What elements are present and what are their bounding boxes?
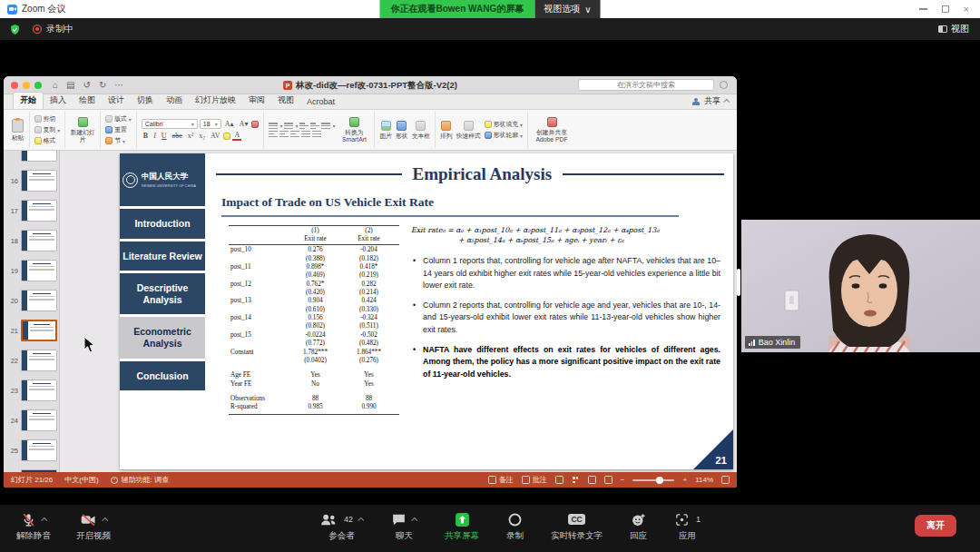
- chat-button[interactable]: 聊天: [391, 511, 417, 542]
- tab-幻灯片放映[interactable]: 幻灯片放映: [189, 93, 242, 109]
- zoom-percentage[interactable]: 114%: [695, 476, 713, 484]
- comments-button[interactable]: 批注: [522, 475, 547, 485]
- slide-thumbnail-18[interactable]: [21, 230, 57, 251]
- shape-outline-button[interactable]: 形状轮廓▾: [485, 131, 523, 140]
- shapes-button[interactable]: 形状: [396, 121, 408, 140]
- live-transcript-button[interactable]: CC 实时转录文字: [551, 511, 603, 542]
- smartart-button[interactable]: 转换为SmartArt: [338, 117, 369, 143]
- shape-fill-button[interactable]: 形状填充▾: [485, 120, 523, 129]
- view-button[interactable]: 视图: [938, 23, 969, 35]
- tab-设计[interactable]: 设计: [102, 93, 131, 109]
- reactions-button[interactable]: 回应: [630, 511, 647, 542]
- accessibility-status[interactable]: 辅助功能: 调查: [111, 475, 169, 485]
- slide-thumbnail-22[interactable]: [21, 350, 57, 371]
- redo-icon[interactable]: ↻: [99, 80, 106, 90]
- shrink-font-button[interactable]: A▾: [238, 120, 250, 128]
- tab-视图[interactable]: 视图: [271, 93, 300, 109]
- superscript-button[interactable]: x²: [186, 132, 195, 140]
- bold-button[interactable]: B: [142, 132, 150, 140]
- font-size-select[interactable]: 18▾: [200, 119, 221, 129]
- bullets-icon[interactable]: [269, 123, 278, 129]
- zoom-out-button[interactable]: −: [621, 476, 625, 484]
- panel-resize-handle[interactable]: [737, 269, 740, 296]
- reading-view-icon[interactable]: [588, 476, 596, 484]
- indent-increase-icon[interactable]: [310, 123, 319, 129]
- close-button[interactable]: ×: [964, 5, 969, 15]
- zoom-slider[interactable]: [632, 479, 674, 481]
- record-button[interactable]: 录制: [506, 511, 524, 542]
- arrange-button[interactable]: 排列: [440, 121, 453, 140]
- tab-动画[interactable]: 动画: [160, 93, 189, 109]
- subscript-button[interactable]: x₂: [197, 132, 207, 140]
- reset-button[interactable]: 重置: [105, 125, 132, 134]
- participants-button[interactable]: 42 参会者: [319, 511, 364, 542]
- maximize-button[interactable]: [942, 5, 949, 13]
- tab-Acrobat[interactable]: Acrobat: [300, 95, 341, 109]
- format-painter-button[interactable]: 格式: [34, 136, 61, 145]
- adobe-pdf-button[interactable]: 创建并共享 Adobe PDF: [533, 117, 571, 143]
- slideshow-icon[interactable]: [604, 476, 612, 484]
- share-button[interactable]: 共享: [692, 95, 730, 107]
- audio-options-chevron[interactable]: [41, 517, 47, 523]
- unmute-button[interactable]: 解除静音: [16, 511, 51, 542]
- start-video-button[interactable]: 开启视频: [76, 511, 111, 542]
- more-icon[interactable]: ⋯: [114, 80, 123, 90]
- justify-icon[interactable]: [301, 131, 310, 137]
- collapse-ribbon-icon[interactable]: [723, 99, 730, 105]
- new-slide-button[interactable]: 新建幻灯片: [70, 117, 95, 143]
- align-left-icon[interactable]: [269, 131, 278, 137]
- paste-button[interactable]: 粘贴: [12, 119, 24, 142]
- share-screen-button[interactable]: 共享屏幕: [445, 511, 479, 542]
- slide-thumbnail-17[interactable]: [21, 200, 57, 222]
- zoom-slider-knob[interactable]: [656, 477, 663, 484]
- save-icon[interactable]: ▤: [66, 80, 74, 90]
- search-input[interactable]: [578, 79, 714, 91]
- tab-开始[interactable]: 开始: [13, 92, 44, 109]
- layout-button[interactable]: 版式▾: [105, 114, 132, 123]
- tab-审阅[interactable]: 审阅: [242, 93, 271, 109]
- language-indicator[interactable]: 中文(中国): [64, 475, 98, 485]
- quick-styles-button[interactable]: 快速样式: [456, 121, 481, 140]
- close-traffic-light[interactable]: [11, 82, 18, 89]
- slide-thumbnail-16[interactable]: [21, 170, 57, 192]
- font-color-button[interactable]: A: [232, 131, 241, 141]
- view-options-button[interactable]: 视图选项 ∨: [534, 0, 600, 18]
- copy-button[interactable]: 复制▾: [34, 125, 61, 134]
- strikethrough-button[interactable]: abc: [171, 132, 184, 140]
- tab-切换[interactable]: 切换: [131, 93, 160, 109]
- slide-thumbnail-25[interactable]: [21, 439, 57, 461]
- normal-view-icon[interactable]: [555, 476, 564, 484]
- fit-window-icon[interactable]: [721, 476, 730, 484]
- apps-button[interactable]: 1 应用: [674, 511, 701, 542]
- window-traffic-lights[interactable]: [11, 82, 42, 89]
- participant-video-tile[interactable]: Bao Xinlin: [741, 220, 980, 352]
- section-button[interactable]: 节▾: [105, 136, 132, 145]
- zoom-in-button[interactable]: +: [682, 476, 687, 484]
- cut-button[interactable]: 剪切: [34, 114, 61, 123]
- chat-chevron[interactable]: [411, 517, 417, 523]
- align-right-icon[interactable]: [290, 131, 299, 137]
- participants-chevron[interactable]: [358, 517, 364, 523]
- slide-thumbnail-24[interactable]: [21, 409, 57, 431]
- slide-thumbnail-20[interactable]: [21, 290, 57, 311]
- slide-thumbnail-21[interactable]: [21, 320, 57, 341]
- highlight-color-icon[interactable]: [223, 133, 230, 140]
- line-spacing-icon[interactable]: [321, 123, 330, 129]
- indent-decrease-icon[interactable]: [299, 123, 309, 129]
- notes-button[interactable]: 备注: [488, 475, 514, 485]
- clear-format-icon[interactable]: [251, 121, 259, 128]
- grow-font-button[interactable]: A▴: [223, 120, 236, 128]
- slide-thumbnail-partial[interactable]: [21, 151, 57, 162]
- zoom-traffic-light[interactable]: [34, 82, 42, 89]
- slide-thumbnail-23[interactable]: [21, 380, 57, 401]
- char-spacing-button[interactable]: AV: [209, 132, 222, 140]
- leave-button[interactable]: 离开: [915, 515, 956, 537]
- picture-button[interactable]: 图片: [379, 121, 392, 140]
- home-icon[interactable]: ⌂: [53, 80, 58, 90]
- undo-icon[interactable]: ↺: [83, 80, 91, 90]
- textbox-button[interactable]: 文本框: [412, 121, 430, 140]
- align-center-icon[interactable]: [279, 131, 289, 137]
- tab-绘图[interactable]: 绘图: [73, 93, 102, 109]
- minimize-button[interactable]: [919, 8, 927, 10]
- columns-icon[interactable]: [312, 131, 321, 137]
